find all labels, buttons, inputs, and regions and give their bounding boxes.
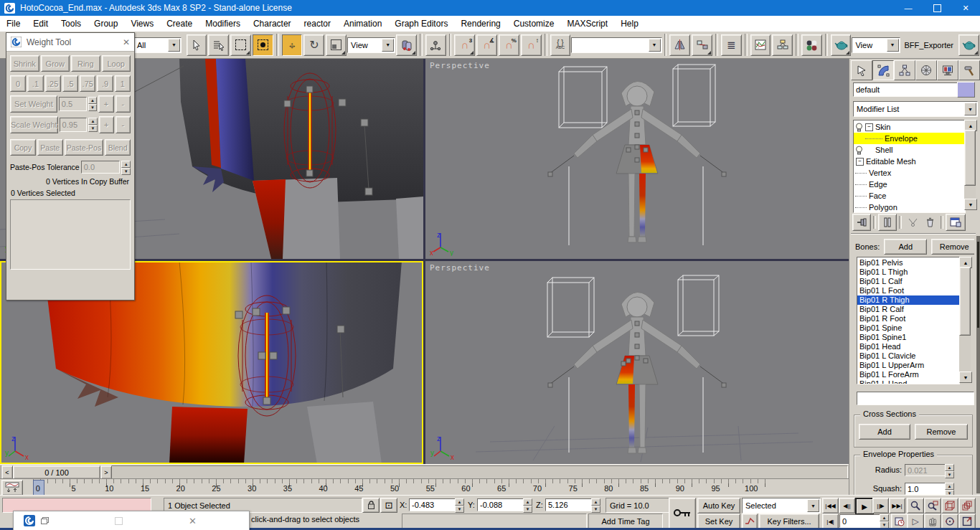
collapse-icon[interactable]: − xyxy=(856,158,864,166)
tolerance-spinner[interactable]: ▲▼ xyxy=(121,161,131,174)
snap-toggle-button[interactable]: ∩3 xyxy=(454,34,475,56)
y-coordinate-field[interactable]: -0.088 xyxy=(477,498,526,511)
tab-create[interactable] xyxy=(851,60,872,80)
menu-item[interactable]: Character xyxy=(247,16,298,32)
bone-list-item[interactable]: Bip01 L Foot xyxy=(857,286,959,295)
collapse-icon[interactable]: − xyxy=(865,123,873,131)
pin-stack-button[interactable] xyxy=(852,214,871,231)
remove-modifier-button[interactable] xyxy=(921,214,938,230)
lightbulb-icon[interactable] xyxy=(855,123,863,132)
quick-weight-button[interactable]: .5 xyxy=(62,75,78,92)
bone-list-item[interactable]: Bip01 Head xyxy=(857,342,959,351)
maximize-viewport-toggle-button[interactable] xyxy=(958,514,976,529)
bone-list-item[interactable]: Bip01 R Calf xyxy=(857,305,959,314)
selection-lock-button[interactable] xyxy=(362,498,380,513)
select-by-name-button[interactable] xyxy=(208,34,229,56)
minimize-button[interactable]: — xyxy=(894,0,923,16)
go-to-end-button[interactable]: ▶▶| xyxy=(889,498,905,514)
chevron-down-icon[interactable]: ▼ xyxy=(649,39,661,52)
percent-snap-button[interactable]: ∩% xyxy=(499,34,519,56)
zoom-button[interactable] xyxy=(907,498,924,514)
show-end-result-button[interactable] xyxy=(878,214,897,231)
menu-item[interactable]: Help xyxy=(614,16,645,32)
bone-list-item[interactable]: Bip01 L Clavicle xyxy=(857,351,959,361)
radius-spinner[interactable]: ▲▼ xyxy=(945,464,954,476)
stack-item-face[interactable]: Face xyxy=(854,190,965,202)
chevron-down-icon[interactable]: ▼ xyxy=(168,39,180,52)
menu-item[interactable]: File xyxy=(0,16,27,32)
menu-item[interactable]: Graph Editors xyxy=(388,16,454,32)
viewport-top-right[interactable]: Perspective zxy xyxy=(425,59,849,259)
x-spinner[interactable]: ▲▼ xyxy=(455,498,464,511)
set-key-button[interactable]: Set Key xyxy=(697,514,740,529)
menu-item[interactable]: Views xyxy=(124,16,160,32)
next-frame-button[interactable]: ||▶ xyxy=(872,498,889,514)
bone-list-item[interactable]: Bip01 L Thigh xyxy=(857,268,959,277)
z-spinner[interactable]: ▲▼ xyxy=(591,498,600,511)
viewport-bottom-right[interactable]: Perspective zyx xyxy=(425,261,849,464)
bone-filter-field[interactable] xyxy=(857,392,974,405)
render-type-combo[interactable]: View▼ xyxy=(852,37,900,53)
stack-scrollbar[interactable]: ▲ ▼ xyxy=(964,120,976,210)
set-weight-button[interactable]: Set Weight xyxy=(10,95,57,113)
x-coordinate-field[interactable]: -0.483 xyxy=(409,498,458,511)
bone-list-item[interactable]: Bip01 Spine1 xyxy=(857,333,959,342)
chevron-down-icon[interactable]: ▼ xyxy=(807,499,819,512)
align-button[interactable] xyxy=(692,34,712,56)
viewport-label[interactable]: Perspective xyxy=(430,263,490,273)
scale-minus-button[interactable]: - xyxy=(116,116,131,133)
use-pivot-center-button[interactable] xyxy=(396,34,417,56)
quick-weight-button[interactable]: 1 xyxy=(115,75,131,92)
zoom-all-button[interactable] xyxy=(924,498,941,514)
select-and-move-button[interactable]: ↔↕ xyxy=(282,34,303,56)
lightbulb-icon[interactable] xyxy=(855,146,863,155)
cross-section-remove-button[interactable]: Remove xyxy=(915,424,968,440)
y-spinner[interactable]: ▲▼ xyxy=(523,498,532,511)
stack-item-vertex[interactable]: Vertex xyxy=(854,167,965,179)
selection-grow-button[interactable]: Ring xyxy=(71,55,100,72)
panel-scrollbar[interactable] xyxy=(976,236,980,493)
menu-item[interactable]: Create xyxy=(160,16,199,32)
menu-item[interactable]: Rendering xyxy=(454,16,507,32)
selection-grow-button[interactable]: Grow xyxy=(41,55,70,72)
squash-spinner[interactable]: ▲▼ xyxy=(945,483,954,495)
pan-view-button[interactable] xyxy=(924,514,941,529)
viewport-label[interactable]: Perspective xyxy=(430,61,490,70)
squash-field[interactable]: 1.0 xyxy=(905,483,948,495)
quick-weight-button[interactable]: .25 xyxy=(45,75,61,92)
select-and-scale-button[interactable] xyxy=(326,34,347,56)
bone-list-item[interactable]: Bip01 Pelvis xyxy=(857,258,959,268)
set-keys-button[interactable] xyxy=(669,498,696,529)
stack-item-skin[interactable]: − Skin xyxy=(854,121,965,133)
object-name-field[interactable]: default xyxy=(853,82,958,97)
set-weight-field[interactable]: 0.5 xyxy=(59,97,87,111)
chevron-down-icon[interactable]: ▼ xyxy=(887,39,899,52)
bone-list-item[interactable]: Bip01 L Hand xyxy=(857,379,959,384)
previous-frame-button[interactable]: ◀|| xyxy=(839,498,855,514)
select-and-rotate-button[interactable]: ↻ xyxy=(303,34,324,56)
play-button[interactable]: ▶ xyxy=(855,498,874,515)
stack-item-editable-mesh[interactable]: − Editable Mesh xyxy=(854,156,965,167)
weight-tool-titlebar[interactable]: Weight Tool ✕ xyxy=(6,33,134,52)
time-slider-prev-button[interactable]: < xyxy=(1,465,13,479)
menu-item[interactable]: reactor xyxy=(298,16,337,32)
stack-item-polygon[interactable]: Polygon xyxy=(854,202,965,213)
menu-item[interactable]: Modifiers xyxy=(199,16,247,32)
auto-key-button[interactable]: Auto Key xyxy=(697,498,740,514)
radius-field[interactable]: 0.021 xyxy=(905,464,948,476)
frame-spinner[interactable]: ▲▼ xyxy=(880,514,889,528)
configure-modifier-sets-button[interactable] xyxy=(946,214,966,231)
named-selection-combo[interactable]: ▼ xyxy=(571,37,661,53)
bone-list-item[interactable]: Bip01 R Thigh xyxy=(857,295,959,305)
time-configuration-button[interactable] xyxy=(891,514,908,529)
select-and-manipulate-button[interactable] xyxy=(425,34,446,56)
stack-item-edge[interactable]: Edge xyxy=(854,179,965,190)
scale-weight-field[interactable]: 0.95 xyxy=(60,118,88,132)
current-frame-field[interactable]: 0 xyxy=(839,514,882,528)
scroll-down-icon[interactable]: ▼ xyxy=(964,199,977,210)
crossing-selection-button[interactable] xyxy=(253,34,273,56)
scroll-down-icon[interactable]: ▼ xyxy=(959,372,972,383)
weight-list-box[interactable] xyxy=(10,199,131,270)
tab-motion[interactable] xyxy=(915,60,937,80)
tolerance-field[interactable]: 0.0 xyxy=(81,161,121,174)
